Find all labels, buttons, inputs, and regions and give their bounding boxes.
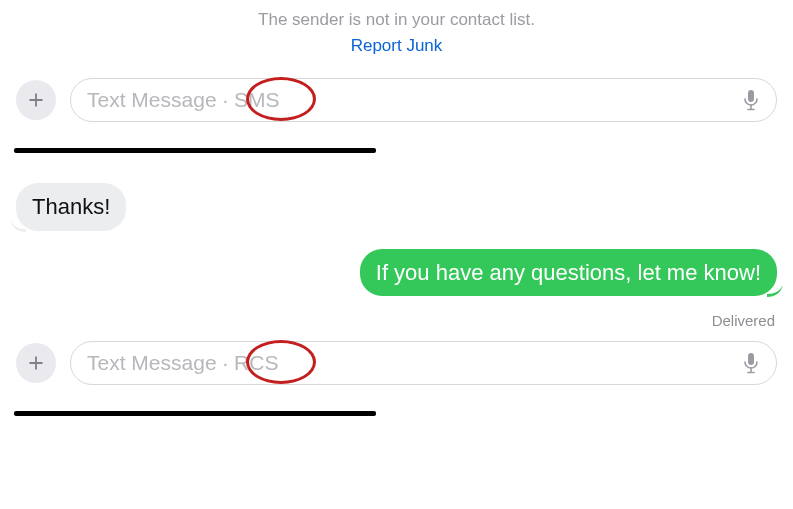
svg-rect-1 bbox=[748, 353, 754, 365]
report-junk-row: Report Junk bbox=[0, 30, 793, 78]
bubble-tail-icon bbox=[10, 216, 26, 232]
bubble-tail-icon bbox=[767, 281, 783, 297]
message-input-rcs[interactable]: Text Message · RCS bbox=[70, 341, 777, 385]
svg-rect-0 bbox=[748, 90, 754, 102]
microphone-icon bbox=[742, 352, 760, 374]
add-attachment-button[interactable] bbox=[16, 80, 56, 120]
plus-icon bbox=[26, 353, 46, 373]
delivery-status: Delivered bbox=[0, 306, 793, 341]
compose-row-rcs: Text Message · RCS bbox=[0, 341, 793, 385]
message-placeholder: Text Message · SMS bbox=[87, 88, 280, 112]
dictation-button[interactable] bbox=[742, 352, 760, 374]
received-message-bubble[interactable]: Thanks! bbox=[16, 183, 126, 231]
message-placeholder: Text Message · RCS bbox=[87, 351, 278, 375]
add-attachment-button[interactable] bbox=[16, 343, 56, 383]
microphone-icon bbox=[742, 89, 760, 111]
sent-message-bubble[interactable]: If you have any questions, let me know! bbox=[360, 249, 777, 297]
contact-notice-text: The sender is not in your contact list. bbox=[0, 0, 793, 30]
report-junk-link[interactable]: Report Junk bbox=[351, 36, 443, 55]
message-row-received: Thanks! bbox=[16, 183, 777, 231]
message-input-sms[interactable]: Text Message · SMS bbox=[70, 78, 777, 122]
annotation-underline-2 bbox=[14, 411, 376, 416]
compose-row-sms: Text Message · SMS bbox=[0, 78, 793, 122]
dictation-button[interactable] bbox=[742, 89, 760, 111]
chat-transcript: Thanks! If you have any questions, let m… bbox=[0, 153, 793, 306]
message-row-sent: If you have any questions, let me know! bbox=[16, 249, 777, 297]
plus-icon bbox=[26, 90, 46, 110]
